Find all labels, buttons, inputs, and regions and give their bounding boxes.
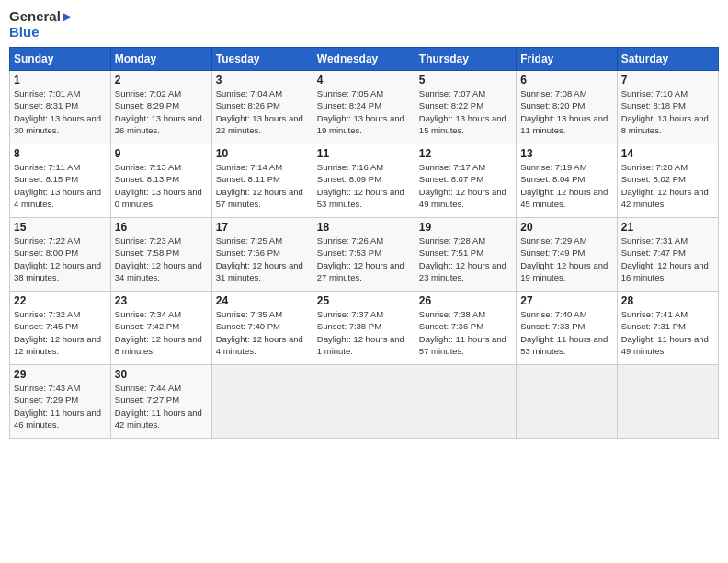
day-cell-27: 27Sunrise: 7:40 AMSunset: 7:33 PMDayligh…: [517, 292, 617, 365]
day-info: Sunrise: 7:20 AMSunset: 8:02 PMDaylight:…: [621, 161, 714, 210]
day-info: Sunrise: 7:11 AMSunset: 8:15 PMDaylight:…: [14, 161, 107, 210]
day-number: 17: [216, 221, 309, 234]
day-number: 10: [216, 147, 309, 160]
day-number: 14: [621, 147, 714, 160]
day-info: Sunrise: 7:05 AMSunset: 8:24 PMDaylight:…: [317, 87, 411, 136]
calendar-week-1: 1Sunrise: 7:01 AMSunset: 8:31 PMDaylight…: [10, 71, 719, 144]
day-number: 28: [621, 294, 714, 307]
day-of-week-tuesday: Tuesday: [211, 48, 313, 71]
day-info: Sunrise: 7:41 AMSunset: 7:31 PMDaylight:…: [621, 308, 714, 357]
day-cell-28: 28Sunrise: 7:41 AMSunset: 7:31 PMDayligh…: [617, 292, 718, 365]
calendar-week-3: 15Sunrise: 7:22 AMSunset: 8:00 PMDayligh…: [10, 218, 719, 292]
day-of-week-saturday: Saturday: [617, 48, 718, 71]
empty-cell: [313, 365, 415, 439]
day-cell-21: 21Sunrise: 7:31 AMSunset: 7:47 PMDayligh…: [617, 218, 718, 292]
logo-blue: Blue: [9, 25, 74, 40]
day-cell-8: 8Sunrise: 7:11 AMSunset: 8:15 PMDaylight…: [10, 144, 111, 218]
day-info: Sunrise: 7:29 AMSunset: 7:49 PMDaylight:…: [520, 235, 612, 283]
day-cell-22: 22Sunrise: 7:32 AMSunset: 7:45 PMDayligh…: [10, 292, 111, 365]
day-number: 23: [115, 294, 208, 307]
calendar-header: General► Blue: [9, 9, 719, 40]
empty-cell: [617, 365, 718, 439]
day-of-week-sunday: Sunday: [10, 48, 111, 71]
day-number: 24: [216, 294, 309, 307]
day-of-week-wednesday: Wednesday: [313, 48, 415, 71]
logo: General► Blue: [9, 9, 74, 40]
day-info: Sunrise: 7:37 AMSunset: 7:38 PMDaylight:…: [317, 308, 411, 357]
empty-cell: [517, 365, 617, 439]
day-cell-26: 26Sunrise: 7:38 AMSunset: 7:36 PMDayligh…: [415, 292, 516, 365]
calendar-week-5: 29Sunrise: 7:43 AMSunset: 7:29 PMDayligh…: [10, 365, 719, 439]
day-number: 8: [14, 147, 107, 160]
day-cell-24: 24Sunrise: 7:35 AMSunset: 7:40 PMDayligh…: [211, 292, 313, 365]
day-cell-3: 3Sunrise: 7:04 AMSunset: 8:26 PMDaylight…: [211, 71, 313, 144]
day-cell-9: 9Sunrise: 7:13 AMSunset: 8:13 PMDaylight…: [110, 144, 211, 218]
day-number: 11: [317, 147, 411, 160]
day-info: Sunrise: 7:28 AMSunset: 7:51 PMDaylight:…: [419, 235, 512, 283]
day-number: 15: [14, 221, 107, 234]
day-of-week-monday: Monday: [110, 48, 211, 71]
day-of-week-thursday: Thursday: [415, 48, 516, 71]
day-number: 30: [115, 368, 208, 381]
day-info: Sunrise: 7:31 AMSunset: 7:47 PMDaylight:…: [621, 235, 714, 283]
day-cell-30: 30Sunrise: 7:44 AMSunset: 7:27 PMDayligh…: [110, 365, 211, 439]
day-info: Sunrise: 7:02 AMSunset: 8:29 PMDaylight:…: [115, 87, 208, 136]
empty-cell: [211, 365, 313, 439]
calendar-week-4: 22Sunrise: 7:32 AMSunset: 7:45 PMDayligh…: [10, 292, 719, 365]
day-cell-4: 4Sunrise: 7:05 AMSunset: 8:24 PMDaylight…: [313, 71, 415, 144]
calendar-week-2: 8Sunrise: 7:11 AMSunset: 8:15 PMDaylight…: [10, 144, 719, 218]
day-cell-17: 17Sunrise: 7:25 AMSunset: 7:56 PMDayligh…: [211, 218, 313, 292]
day-cell-11: 11Sunrise: 7:16 AMSunset: 8:09 PMDayligh…: [313, 144, 415, 218]
day-info: Sunrise: 7:17 AMSunset: 8:07 PMDaylight:…: [419, 161, 512, 210]
day-info: Sunrise: 7:26 AMSunset: 7:53 PMDaylight:…: [317, 235, 411, 283]
day-cell-14: 14Sunrise: 7:20 AMSunset: 8:02 PMDayligh…: [617, 144, 718, 218]
day-cell-19: 19Sunrise: 7:28 AMSunset: 7:51 PMDayligh…: [415, 218, 516, 292]
day-info: Sunrise: 7:08 AMSunset: 8:20 PMDaylight:…: [520, 87, 612, 136]
day-info: Sunrise: 7:35 AMSunset: 7:40 PMDaylight:…: [216, 308, 309, 357]
day-number: 21: [621, 221, 714, 234]
day-info: Sunrise: 7:38 AMSunset: 7:36 PMDaylight:…: [419, 308, 512, 357]
day-number: 29: [14, 368, 107, 381]
day-number: 5: [419, 74, 512, 86]
day-info: Sunrise: 7:32 AMSunset: 7:45 PMDaylight:…: [14, 308, 107, 357]
day-info: Sunrise: 7:43 AMSunset: 7:29 PMDaylight:…: [14, 382, 107, 431]
day-cell-10: 10Sunrise: 7:14 AMSunset: 8:11 PMDayligh…: [211, 144, 313, 218]
day-info: Sunrise: 7:44 AMSunset: 7:27 PMDaylight:…: [115, 382, 208, 431]
day-number: 9: [115, 147, 208, 160]
day-number: 6: [520, 74, 612, 86]
day-info: Sunrise: 7:23 AMSunset: 7:58 PMDaylight:…: [115, 235, 208, 283]
day-info: Sunrise: 7:34 AMSunset: 7:42 PMDaylight:…: [115, 308, 208, 357]
day-cell-7: 7Sunrise: 7:10 AMSunset: 8:18 PMDaylight…: [617, 71, 718, 144]
day-of-week-friday: Friday: [517, 48, 617, 71]
day-number: 19: [419, 221, 512, 234]
day-cell-20: 20Sunrise: 7:29 AMSunset: 7:49 PMDayligh…: [517, 218, 617, 292]
day-number: 7: [621, 74, 714, 86]
day-number: 25: [317, 294, 411, 307]
day-info: Sunrise: 7:19 AMSunset: 8:04 PMDaylight:…: [520, 161, 612, 210]
day-number: 26: [419, 294, 512, 307]
day-number: 20: [520, 221, 612, 234]
day-info: Sunrise: 7:14 AMSunset: 8:11 PMDaylight:…: [216, 161, 309, 210]
day-info: Sunrise: 7:16 AMSunset: 8:09 PMDaylight:…: [317, 161, 411, 210]
day-cell-29: 29Sunrise: 7:43 AMSunset: 7:29 PMDayligh…: [10, 365, 111, 439]
day-info: Sunrise: 7:07 AMSunset: 8:22 PMDaylight:…: [419, 87, 512, 136]
day-cell-5: 5Sunrise: 7:07 AMSunset: 8:22 PMDaylight…: [415, 71, 516, 144]
day-cell-13: 13Sunrise: 7:19 AMSunset: 8:04 PMDayligh…: [517, 144, 617, 218]
day-cell-1: 1Sunrise: 7:01 AMSunset: 8:31 PMDaylight…: [10, 71, 111, 144]
day-cell-2: 2Sunrise: 7:02 AMSunset: 8:29 PMDaylight…: [110, 71, 211, 144]
day-info: Sunrise: 7:10 AMSunset: 8:18 PMDaylight:…: [621, 87, 714, 136]
day-info: Sunrise: 7:13 AMSunset: 8:13 PMDaylight:…: [115, 161, 208, 210]
day-cell-18: 18Sunrise: 7:26 AMSunset: 7:53 PMDayligh…: [313, 218, 415, 292]
day-info: Sunrise: 7:25 AMSunset: 7:56 PMDaylight:…: [216, 235, 309, 283]
day-cell-16: 16Sunrise: 7:23 AMSunset: 7:58 PMDayligh…: [110, 218, 211, 292]
day-number: 2: [115, 74, 208, 86]
day-number: 16: [115, 221, 208, 234]
days-of-week-row: SundayMondayTuesdayWednesdayThursdayFrid…: [10, 48, 719, 71]
day-number: 18: [317, 221, 411, 234]
day-info: Sunrise: 7:40 AMSunset: 7:33 PMDaylight:…: [520, 308, 612, 357]
day-cell-23: 23Sunrise: 7:34 AMSunset: 7:42 PMDayligh…: [110, 292, 211, 365]
day-number: 27: [520, 294, 612, 307]
day-number: 13: [520, 147, 612, 160]
day-number: 4: [317, 74, 411, 86]
empty-cell: [415, 365, 516, 439]
